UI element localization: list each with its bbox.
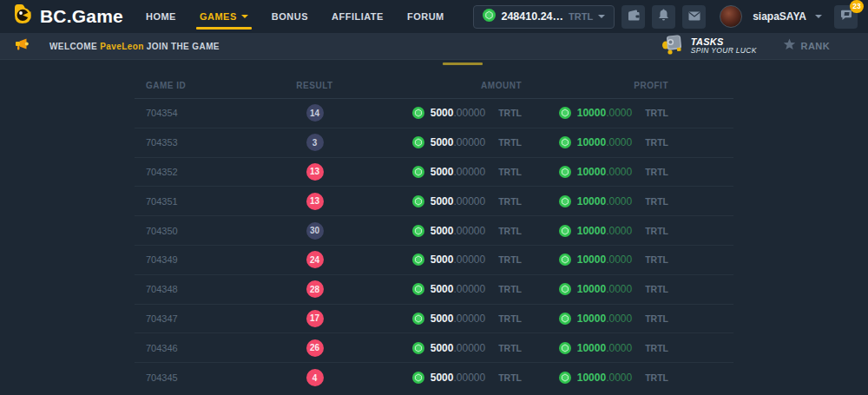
profit-decimal: .0000 [606, 107, 632, 119]
amount-decimal: .00000 [453, 195, 485, 207]
rank-widget[interactable]: RANK [783, 38, 830, 54]
welcome-message: WELCOME PaveLeon JOIN THE GAME [14, 38, 220, 55]
username[interactable]: siapaSAYA [753, 10, 806, 23]
avatar[interactable] [720, 5, 742, 28]
amount-integer: 5000 [431, 372, 454, 384]
amount-decimal: .00000 [453, 342, 485, 354]
result-badge: 4 [306, 369, 324, 386]
profit-integer: 10000 [577, 313, 606, 325]
profit-integer: 10000 [577, 195, 606, 207]
col-header-amount: AMOUNT [365, 81, 522, 90]
table-row[interactable]: 704347 17 5000.00000 TRTL 10000.0 [135, 305, 733, 334]
amount-integer: 5000 [431, 253, 454, 266]
table-row[interactable]: 704353 3 5000.00000 TRTL 10000.00 [135, 128, 733, 158]
main-content: GAME ID RESULT AMOUNT PROFIT 704354 14 5… [0, 59, 868, 395]
game-id-cell: 704353 [135, 137, 265, 148]
table-row[interactable]: 704349 24 5000.00000 TRTL 10000.0 [135, 246, 733, 275]
amount-decimal: .00000 [453, 313, 485, 325]
spinner-machine-icon [660, 34, 684, 58]
profit-cell: 10000.0000 TRTL [522, 342, 668, 354]
table-row[interactable]: 704352 13 5000.00000 TRTL 10000.0 [135, 158, 733, 188]
wallet-icon [628, 9, 640, 24]
result-badge: 30 [306, 222, 324, 240]
profit-integer: 10000 [577, 283, 606, 295]
table-row[interactable]: 704354 14 5000.00000 TRTL 10000.0 [135, 99, 733, 128]
welcome-suffix: JOIN THE GAME [144, 42, 220, 51]
amount-cell: 5000.00000 TRTL [365, 372, 522, 384]
game-id-cell: 704352 [135, 167, 265, 177]
coin-icon [559, 283, 571, 295]
amount-cell: 5000.00000 TRTL [365, 225, 522, 237]
tasks-widget[interactable]: TASKS SPIN YOUR LUCK [660, 34, 757, 58]
game-id-cell: 704354 [135, 108, 265, 118]
amount-decimal: .00000 [453, 283, 485, 295]
amount-decimal: .00000 [453, 225, 485, 237]
profit-decimal: .0000 [606, 166, 632, 178]
notifications-button[interactable] [652, 5, 675, 29]
game-id-cell: 704351 [135, 196, 265, 207]
brand-logo[interactable]: BC.Game [10, 3, 123, 30]
chat-unread-badge: 23 [850, 0, 864, 13]
profit-currency: TRTL [645, 343, 668, 353]
coin-icon [412, 195, 424, 207]
table-body: 704354 14 5000.00000 TRTL 10000.0 [135, 99, 733, 392]
result-badge: 24 [306, 251, 324, 268]
nav-games-label: GAMES [200, 11, 237, 22]
profit-currency: TRTL [645, 372, 668, 383]
banner-right: TASKS SPIN YOUR LUCK RANK [660, 34, 830, 58]
coin-icon [559, 225, 571, 237]
balance-selector[interactable]: 248410.24… TRTL [473, 5, 615, 29]
wallet-button[interactable] [621, 5, 645, 29]
profit-integer: 10000 [577, 166, 606, 178]
welcome-prefix: WELCOME [49, 42, 100, 51]
amount-integer: 5000 [431, 313, 454, 325]
profit-currency: TRTL [645, 137, 668, 148]
profit-cell: 10000.0000 TRTL [522, 283, 668, 295]
coin-icon [559, 136, 571, 148]
nav-bonus[interactable]: BONUS [272, 0, 308, 33]
amount-currency: TRTL [498, 343, 522, 353]
profit-decimal: .0000 [606, 195, 632, 207]
profit-decimal: .0000 [606, 225, 632, 237]
profit-currency: TRTL [645, 108, 668, 118]
table-row[interactable]: 704351 13 5000.00000 TRTL 10000.0 [135, 187, 733, 216]
result-badge: 13 [306, 163, 324, 181]
announcement-banner: WELCOME PaveLeon JOIN THE GAME TASKS SPI… [0, 33, 868, 59]
welcome-username: PaveLeon [100, 42, 143, 51]
amount-cell: 5000.00000 TRTL [365, 166, 522, 178]
result-badge: 17 [306, 310, 324, 327]
profit-decimal: .0000 [606, 283, 632, 295]
amount-currency: TRTL [498, 137, 522, 148]
table-row[interactable]: 704345 4 5000.00000 TRTL 10000.00 [135, 363, 733, 392]
main-nav: HOME GAMES BONUS AFFILIATE FORUM [146, 0, 444, 33]
profit-decimal: .0000 [606, 313, 632, 325]
amount-currency: TRTL [498, 313, 522, 324]
coin-icon [412, 136, 424, 148]
amount-currency: TRTL [498, 196, 522, 207]
nav-affiliate[interactable]: AFFILIATE [332, 0, 384, 33]
balance-value: 248410.24… [501, 10, 563, 23]
profit-integer: 10000 [577, 342, 606, 354]
messages-button[interactable] [682, 5, 706, 29]
amount-decimal: .00000 [453, 107, 485, 119]
star-icon [783, 38, 796, 54]
profit-integer: 10000 [577, 372, 606, 384]
amount-cell: 5000.00000 TRTL [365, 195, 522, 207]
chat-button[interactable]: 23 [834, 5, 858, 29]
table-row[interactable]: 704348 28 5000.00000 TRTL 10000.0 [135, 275, 733, 305]
nav-games[interactable]: GAMES [200, 0, 248, 33]
profit-currency: TRTL [645, 167, 668, 177]
nav-home[interactable]: HOME [146, 0, 176, 33]
rank-label: RANK [801, 41, 830, 51]
nav-forum[interactable]: FORUM [407, 0, 444, 33]
amount-cell: 5000.00000 TRTL [365, 253, 522, 266]
table-row[interactable]: 704350 30 5000.00000 TRTL 10000.0 [135, 216, 733, 246]
chevron-down-icon [241, 15, 248, 18]
amount-cell: 5000.00000 TRTL [365, 107, 522, 119]
game-id-cell: 704348 [135, 284, 265, 294]
profit-decimal: .0000 [606, 342, 632, 354]
profit-decimal: .0000 [606, 372, 632, 384]
game-id-cell: 704350 [135, 226, 265, 236]
table-row[interactable]: 704346 26 5000.00000 TRTL 10000.0 [135, 333, 733, 363]
coin-icon [412, 166, 424, 178]
